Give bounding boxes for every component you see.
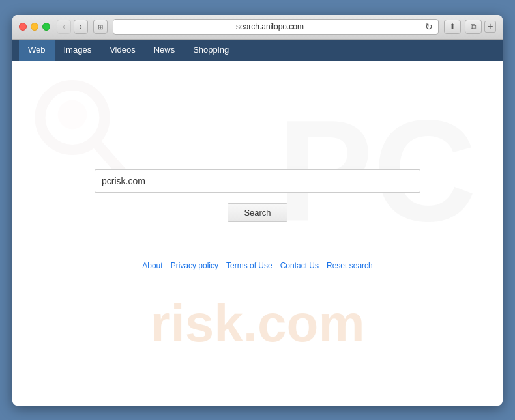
reader-icon: ⊞ xyxy=(98,23,103,31)
tab-web-label: Web xyxy=(28,45,46,55)
new-tab-button[interactable]: + xyxy=(484,21,496,33)
toolbar-right: ⬆ ⧉ xyxy=(444,20,482,34)
tab-news[interactable]: News xyxy=(145,40,184,61)
search-input[interactable] xyxy=(95,169,420,193)
footer-link-contact[interactable]: Contact Us xyxy=(280,261,319,270)
share-button[interactable]: ⬆ xyxy=(444,20,461,34)
tab-shopping[interactable]: Shopping xyxy=(184,40,238,61)
footer-link-about[interactable]: About xyxy=(142,261,162,270)
watermark-risk-text: risk.com xyxy=(150,294,364,354)
footer-link-privacy[interactable]: Privacy policy xyxy=(171,261,218,270)
address-bar[interactable]: search.anilopo.com ↻ xyxy=(113,19,439,35)
footer-link-terms[interactable]: Terms of Use xyxy=(226,261,272,270)
traffic-lights xyxy=(19,23,50,31)
tab-shopping-label: Shopping xyxy=(193,45,229,55)
new-tab-icon: + xyxy=(487,21,493,33)
tab-images-label: Images xyxy=(64,45,92,55)
nav-bar: Web Images Videos News Shopping xyxy=(12,40,503,61)
forward-button[interactable]: › xyxy=(74,20,88,34)
title-bar: ‹ › ⊞ search.anilopo.com ↻ ⬆ ⧉ + xyxy=(12,15,503,40)
footer-links: About Privacy policy Terms of Use Contac… xyxy=(142,261,372,270)
reader-button[interactable]: ⊞ xyxy=(93,20,108,34)
tab-overview-button[interactable]: ⧉ xyxy=(465,20,482,34)
svg-point-2 xyxy=(58,100,87,129)
nav-buttons: ‹ › xyxy=(57,20,88,34)
tab-web[interactable]: Web xyxy=(19,40,55,61)
tab-videos-label: Videos xyxy=(110,45,136,55)
forward-icon: › xyxy=(80,22,82,31)
back-button[interactable]: ‹ xyxy=(57,20,71,34)
close-button[interactable] xyxy=(19,23,27,31)
minimize-button[interactable] xyxy=(31,23,38,31)
tab-videos[interactable]: Videos xyxy=(100,40,145,61)
reload-button[interactable]: ↻ xyxy=(425,21,433,32)
browser-window: ‹ › ⊞ search.anilopo.com ↻ ⬆ ⧉ + Web xyxy=(12,15,503,406)
svg-point-0 xyxy=(40,85,105,150)
tab-overview-icon: ⧉ xyxy=(471,22,477,31)
back-icon: ‹ xyxy=(63,22,65,31)
tab-images[interactable]: Images xyxy=(55,40,101,61)
tab-news-label: News xyxy=(154,45,175,55)
content-area: PC risk.com Search About Privacy policy … xyxy=(12,61,503,406)
share-icon: ⬆ xyxy=(449,22,456,31)
footer-link-reset[interactable]: Reset search xyxy=(327,261,373,270)
maximize-button[interactable] xyxy=(42,23,50,31)
search-button[interactable]: Search xyxy=(228,203,287,222)
watermark-container: PC risk.com xyxy=(12,61,503,406)
search-form: Search xyxy=(95,169,420,222)
url-display: search.anilopo.com xyxy=(119,22,421,31)
